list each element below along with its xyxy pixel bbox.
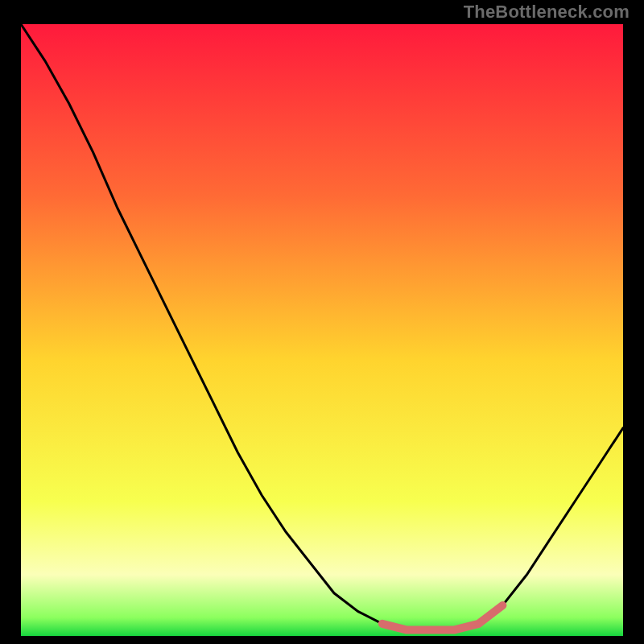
plot-area [21, 24, 623, 636]
chart-container: TheBottleneck.com [0, 0, 644, 644]
watermark-text: TheBottleneck.com [464, 2, 630, 23]
bottleneck-chart [0, 0, 644, 644]
